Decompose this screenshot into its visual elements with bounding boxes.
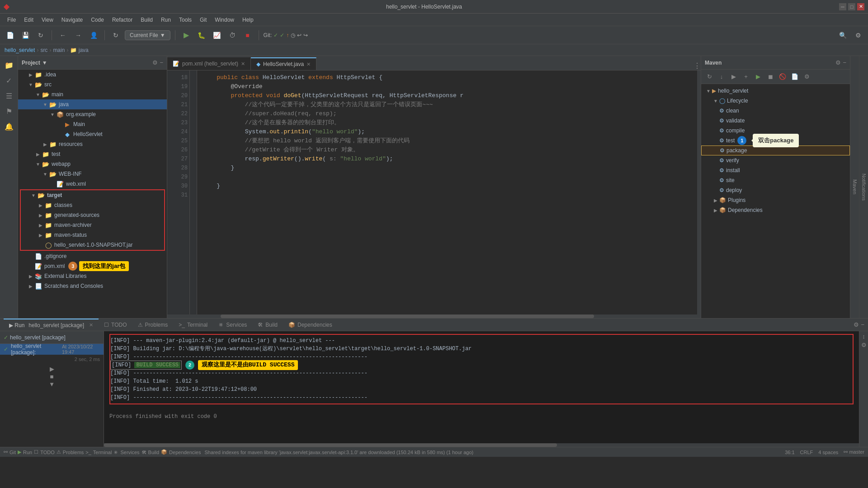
tree-item-pomxml[interactable]: ▶ 📝 pom.xml 3 找到这里的jar包: [18, 261, 167, 271]
tree-item-helloservlet[interactable]: ▶ ◆ HelloServlet: [18, 129, 167, 139]
maven-execute-btn[interactable]: ▶: [753, 71, 764, 82]
tree-item-external[interactable]: ▶ 📚 External Libraries: [18, 271, 167, 281]
tab-pomxml-close[interactable]: ✕: [241, 61, 245, 67]
notifications-strip2[interactable]: Notifications: [859, 56, 868, 318]
bottom-hide-btn[interactable]: −: [861, 321, 864, 328]
status-run-label[interactable]: Run: [23, 450, 32, 455]
status-build-label[interactable]: Build: [148, 450, 159, 455]
maven-validate-item[interactable]: ⚙ validate: [701, 116, 850, 126]
maven-project-item[interactable]: ▼ ▶ hello_servlet: [701, 86, 850, 96]
bottom-tab-terminal[interactable]: >_ Terminal: [173, 319, 213, 331]
maven-run-btn[interactable]: ▶: [728, 71, 739, 82]
profile-button[interactable]: ⏱: [226, 29, 239, 42]
side-icon-structure[interactable]: ☰: [2, 89, 16, 103]
status-git-branch[interactable]: Git: [9, 450, 16, 455]
run-stop-btn[interactable]: ■: [2, 373, 102, 380]
menu-view[interactable]: View: [38, 15, 57, 24]
current-file-dropdown[interactable]: Current File ▼: [125, 30, 170, 40]
code-editor[interactable]: public class HelloServlet extends HttpSe…: [197, 70, 697, 314]
debug-button[interactable]: 🐛: [195, 29, 208, 42]
maven-clean-item[interactable]: ⚙ clean: [701, 106, 850, 116]
tree-item-classes[interactable]: ▶ 📁 classes: [21, 200, 164, 210]
menu-git[interactable]: Git: [196, 15, 210, 24]
tree-item-maven-status[interactable]: ▶ 📁 maven-status: [21, 230, 164, 240]
search-everywhere-button[interactable]: 🔍: [836, 29, 849, 42]
bottom-tab-todo[interactable]: ☐ TODO: [99, 319, 132, 331]
maven-deploy-item[interactable]: ⚙ deploy: [701, 185, 850, 195]
tab-helloservlet[interactable]: ◆ HelloServlet.java ✕: [251, 57, 316, 70]
maven-settings-btn[interactable]: ⚙: [835, 59, 841, 66]
run-rerun-btn[interactable]: ▶: [2, 366, 102, 372]
bottom-tab-run[interactable]: ▶ Run hello_servlet [package] ✕: [4, 319, 99, 331]
tree-item-java[interactable]: ▼ 📂 java: [18, 99, 167, 109]
vcs-update-button[interactable]: ↻: [109, 29, 122, 42]
tab-helloservlet-close[interactable]: ✕: [307, 61, 311, 67]
status-terminal-label[interactable]: Terminal: [93, 450, 112, 455]
maven-verify-item[interactable]: ⚙ verify: [701, 155, 850, 165]
tree-item-webapp[interactable]: ▼ 📂 webapp: [18, 159, 167, 169]
tree-item-generated[interactable]: ▶ 📁 generated-sources: [21, 210, 164, 220]
run-button[interactable]: ▶: [180, 29, 193, 42]
maven-add-btn[interactable]: +: [741, 71, 751, 82]
bottom-tab-build[interactable]: 🛠 Build: [252, 319, 283, 331]
notifications-strip[interactable]: Maven: [850, 56, 859, 318]
maven-test-item[interactable]: ⚙ test 1 双击package: [701, 136, 850, 145]
status-encoding[interactable]: CRLF: [800, 450, 813, 455]
side-icon-notifications[interactable]: 🔔: [2, 119, 16, 134]
close-button[interactable]: ✕: [857, 3, 864, 10]
run-tab-close[interactable]: ✕: [89, 322, 93, 328]
tree-item-maven-archiver[interactable]: ▶ 📁 maven-archiver: [21, 220, 164, 230]
stop-button[interactable]: ■: [241, 29, 254, 42]
status-vcs[interactable]: ⚯ master: [844, 449, 864, 455]
editor-scrollbar-horizontal[interactable]: [167, 314, 701, 318]
bottom-tab-dependencies[interactable]: 📦 Dependencies: [283, 319, 338, 331]
run-item-package[interactable]: ✓ hello_servlet [package]: At 2023/10/22…: [0, 344, 104, 355]
breadcrumb-project[interactable]: hello_servlet: [5, 47, 35, 53]
menu-navigate[interactable]: Navigate: [58, 15, 86, 24]
menu-code[interactable]: Code: [87, 15, 108, 24]
sync-button[interactable]: ↻: [34, 29, 47, 42]
editor-scrollbar-vertical[interactable]: [697, 70, 701, 314]
tree-item-src[interactable]: ▼ 📂 src: [18, 80, 167, 89]
run-filter-btn[interactable]: ▼: [2, 381, 102, 388]
tree-item-main[interactable]: ▼ 📂 main: [18, 89, 167, 99]
tree-item-idea[interactable]: ▶ 📁 .idea: [18, 70, 167, 80]
maven-toggle-btn[interactable]: ◼: [765, 71, 776, 82]
menu-tools[interactable]: Tools: [175, 15, 195, 24]
tree-item-scratches[interactable]: ▶ 📃 Scratches and Consoles: [18, 281, 167, 291]
panel-gear-btn[interactable]: ⚙: [152, 59, 158, 66]
tree-item-resources[interactable]: ▶ 📁 resources: [18, 139, 167, 149]
tree-item-target[interactable]: ▼ 📂 target: [21, 190, 164, 200]
back-button[interactable]: ←: [57, 29, 69, 42]
menu-refactor[interactable]: Refactor: [108, 15, 136, 24]
maximize-button[interactable]: □: [848, 3, 855, 10]
bottom-tab-problems[interactable]: ⚠ Problems: [132, 319, 174, 331]
status-deps-label[interactable]: Dependencies: [169, 450, 201, 455]
bottom-settings-btn[interactable]: ⚙: [854, 321, 859, 328]
maven-plugins-item[interactable]: ▶ 📦 Plugins: [701, 195, 850, 205]
tree-item-jar[interactable]: ▶ ◯ hello_servlet-1.0-SNAPSHOT.jar: [21, 240, 164, 250]
tree-item-webxml[interactable]: ▶ 📝 web.xml: [18, 179, 167, 189]
menu-help[interactable]: Help: [239, 15, 257, 24]
project-dropdown-icon[interactable]: ▼: [42, 60, 47, 66]
maven-hide-btn[interactable]: −: [843, 59, 846, 66]
bottom-strip-btn2[interactable]: ⚙: [861, 342, 867, 348]
tree-item-org-example[interactable]: ▼ 📦 org.example: [18, 109, 167, 119]
menu-file[interactable]: File: [4, 15, 19, 24]
output-scrollbar-h[interactable]: [104, 443, 859, 447]
tree-item-main-class[interactable]: ▶ ▶ Main: [18, 119, 167, 129]
breadcrumb-main[interactable]: main: [53, 47, 65, 53]
maven-generate-btn[interactable]: 📄: [789, 71, 800, 82]
maven-download-btn[interactable]: ↓: [716, 71, 727, 82]
status-indent[interactable]: 4 spaces: [818, 450, 838, 455]
menu-window[interactable]: Window: [211, 15, 238, 24]
panel-hide-btn[interactable]: −: [160, 59, 163, 66]
breadcrumb-java[interactable]: 📁 java: [70, 47, 88, 53]
tree-item-webinf[interactable]: ▼ 📂 WEB-INF: [18, 169, 167, 179]
editor-options-button[interactable]: ⋮: [693, 61, 701, 70]
maven-reload-btn[interactable]: ↻: [704, 71, 715, 82]
side-icon-bookmark[interactable]: ⚑: [2, 104, 16, 118]
breadcrumb-src[interactable]: src: [40, 47, 47, 53]
status-services-label[interactable]: Services: [120, 450, 139, 455]
menu-edit[interactable]: Edit: [20, 15, 37, 24]
